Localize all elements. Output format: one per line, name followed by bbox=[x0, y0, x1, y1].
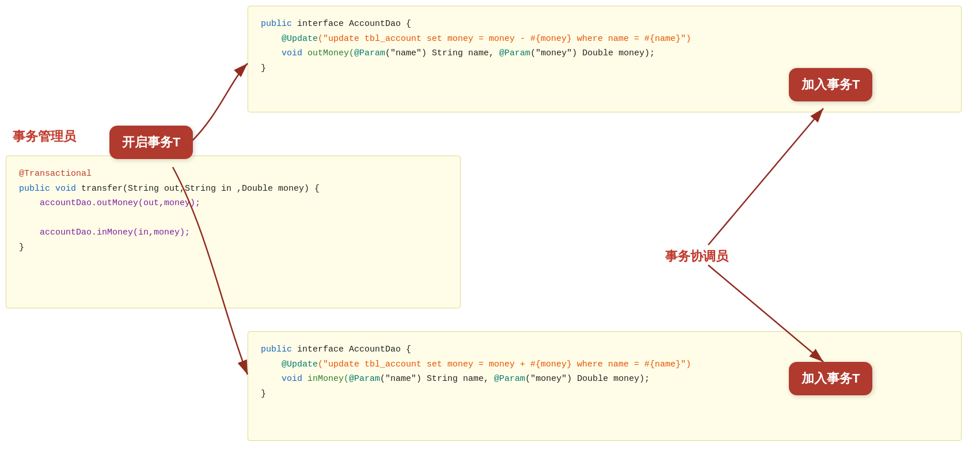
left-code-line-blank bbox=[19, 211, 447, 226]
badge-join-transaction-top: 加入事务T bbox=[789, 68, 872, 101]
arrow-coordinator-to-join-top bbox=[708, 108, 823, 245]
badge-join-transaction-bottom: 加入事务T bbox=[789, 362, 872, 395]
badge-start-transaction: 开启事务T bbox=[109, 126, 193, 159]
label-transaction-manager: 事务管理员 bbox=[13, 128, 76, 145]
bottom-code-line-1: public interface AccountDao { bbox=[261, 342, 948, 357]
arrow-start-to-top-code bbox=[190, 63, 248, 143]
label-transaction-coordinator: 事务协调员 bbox=[665, 248, 728, 265]
left-code-line-1: @Transactional bbox=[19, 167, 447, 182]
left-code-line-4: accountDao.inMoney(in,money); bbox=[19, 225, 447, 240]
left-code-box: @Transactional public void transfer(Stri… bbox=[6, 156, 461, 308]
left-code-line-3: accountDao.outMoney(out,money); bbox=[19, 196, 447, 211]
left-code-line-2: public void transfer(String out,String i… bbox=[19, 182, 447, 197]
left-code-line-5: } bbox=[19, 240, 447, 255]
top-code-line-2: @Update("update tbl_account set money = … bbox=[261, 32, 948, 47]
top-code-line-3: void outMoney(@Param("name") String name… bbox=[261, 46, 948, 61]
top-code-line-1: public interface AccountDao { bbox=[261, 17, 948, 32]
